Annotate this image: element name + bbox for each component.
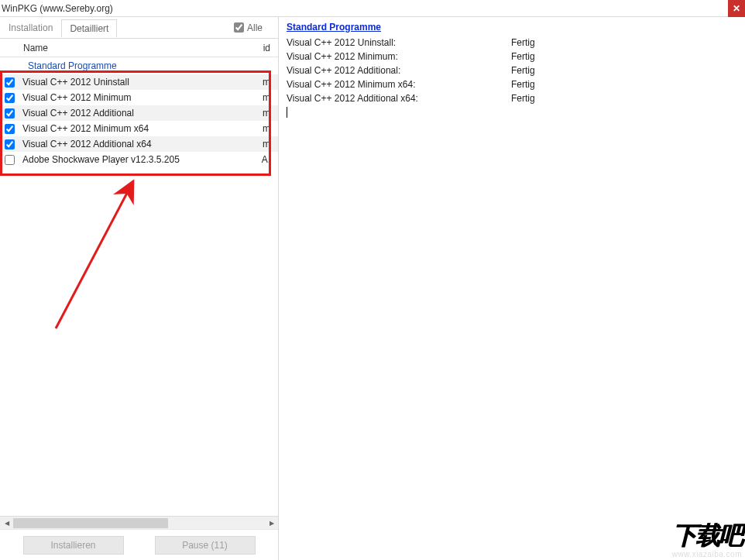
log-line: Visual C++ 2012 Minimum:Fertig (287, 50, 737, 64)
close-icon: ✕ (733, 3, 740, 14)
col-header-name[interactable]: Name (23, 43, 255, 53)
list-item[interactable]: Visual C++ 2012 Additionalm (0, 105, 278, 121)
log-line: Visual C++ 2012 Uninstall:Fertig (287, 36, 737, 50)
list-item-name: Adobe Shockwave Player v12.3.5.205 (22, 154, 255, 165)
log-line: Visual C++ 2012 Additional:Fertig (287, 64, 737, 77)
list-item-id: m (255, 139, 278, 149)
col-header-id[interactable]: id (255, 43, 278, 53)
list-item[interactable]: Adobe Shockwave Player v12.3.5.205A. (0, 152, 278, 167)
install-button[interactable]: Installieren (23, 536, 124, 555)
title-bar: WinPKG (www.Sereby.org) ✕ (0, 0, 745, 17)
list-item-name: Visual C++ 2012 Additional x64 (22, 139, 255, 149)
watermark-logo: 下载吧 www.xiazaiba.com (672, 519, 742, 558)
alle-checkbox-group[interactable]: Alle (234, 22, 263, 33)
watermark-text: 下载吧 (672, 519, 742, 553)
log-line-label: Visual C++ 2012 Uninstall: (287, 37, 511, 48)
log-line-label: Visual C++ 2012 Minimum x64: (287, 79, 511, 90)
list-item-id: m (255, 77, 278, 88)
right-pane: Standard Programme Visual C++ 2012 Unins… (279, 17, 745, 560)
list-item-checkbox[interactable] (5, 155, 15, 165)
button-row: Installieren Pause (11) (0, 529, 278, 560)
list-item-id: m (255, 123, 278, 134)
list-item[interactable]: Visual C++ 2012 Minimumm (0, 90, 278, 105)
log-line-status: Fertig (511, 65, 535, 76)
pause-button[interactable]: Pause (11) (155, 536, 256, 555)
list-item-name: Visual C++ 2012 Additional (22, 108, 255, 119)
log-line-status: Fertig (511, 93, 535, 104)
log-line: Visual C++ 2012 Minimum x64:Fertig (287, 77, 737, 91)
list-item-checkbox[interactable] (5, 93, 15, 103)
log-line: Visual C++ 2012 Additional x64:Fertig (287, 91, 737, 105)
window-title: WinPKG (www.Sereby.org) (2, 3, 113, 14)
tabs-row: Installation Detailliert Alle (0, 17, 278, 39)
list-header: Name id (0, 39, 278, 57)
scrollbar-thumb[interactable] (13, 518, 168, 528)
scrollbar-track[interactable] (13, 517, 265, 530)
svg-line-0 (56, 181, 133, 328)
chevron-left-icon: ◀ (5, 520, 9, 527)
list-area: Standard Programme Visual C++ 2012 Unins… (0, 57, 278, 516)
alle-checkbox[interactable] (234, 22, 244, 33)
group-standard-programme[interactable]: Standard Programme (0, 57, 278, 74)
list-item[interactable]: Visual C++ 2012 Minimum x64m (0, 121, 278, 136)
left-pane: Installation Detailliert Alle Name id St… (0, 17, 279, 560)
list-item-checkbox[interactable] (5, 124, 15, 134)
list-item-checkbox[interactable] (5, 108, 15, 119)
alle-label: Alle (247, 22, 263, 33)
list-item-id: m (255, 92, 278, 103)
scroll-left-button[interactable]: ◀ (0, 517, 13, 530)
log-line-label: Visual C++ 2012 Additional x64: (287, 93, 511, 104)
log-line-status: Fertig (511, 37, 535, 48)
annotation-arrow (48, 173, 149, 336)
list-item-checkbox[interactable] (5, 77, 15, 88)
list-item-id: m (255, 108, 278, 119)
log-line-status: Fertig (511, 51, 535, 62)
list-item[interactable]: Visual C++ 2012 Uninstallm (0, 74, 278, 90)
list-item-name: Visual C++ 2012 Uninstall (22, 77, 255, 88)
tab-installation[interactable]: Installation (0, 19, 61, 36)
log-line-label: Visual C++ 2012 Additional: (287, 65, 511, 76)
chevron-right-icon: ▶ (270, 520, 274, 527)
log-line-status: Fertig (511, 79, 535, 90)
watermark-url: www.xiazaiba.com (672, 550, 742, 558)
log-header: Standard Programme (287, 22, 737, 33)
list-item-name: Visual C++ 2012 Minimum (22, 92, 255, 103)
list-item-id: A. (255, 154, 278, 165)
list-item[interactable]: Visual C++ 2012 Additional x64m (0, 136, 278, 152)
log-line-label: Visual C++ 2012 Minimum: (287, 51, 511, 62)
list-item-checkbox[interactable] (5, 139, 15, 149)
horizontal-scrollbar[interactable]: ◀ ▶ (0, 516, 278, 529)
close-button[interactable]: ✕ (728, 0, 745, 17)
text-caret (287, 107, 287, 118)
tab-detailliert[interactable]: Detailliert (61, 19, 117, 37)
scroll-right-button[interactable]: ▶ (265, 517, 278, 530)
list-item-name: Visual C++ 2012 Minimum x64 (22, 123, 255, 134)
